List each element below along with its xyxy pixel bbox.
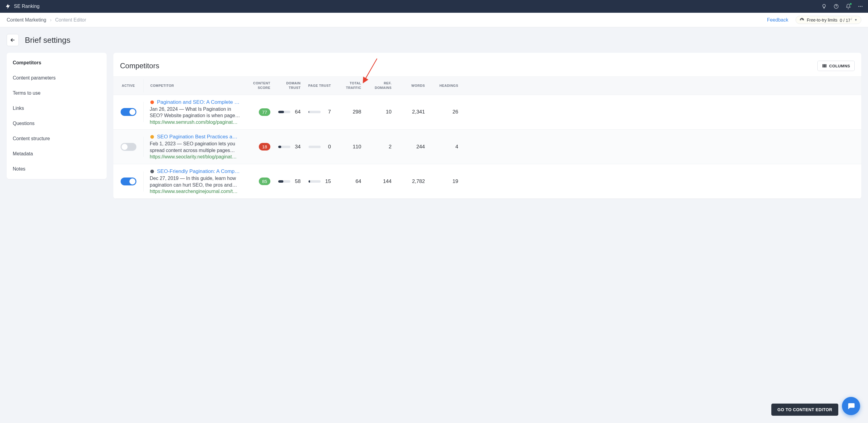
svg-point-8 [150,101,154,104]
breadcrumb-root[interactable]: Content Marketing [7,17,46,23]
col-page-trust: PAGE TRUST [304,79,335,92]
breadcrumb: Content Marketing › Content Editor [7,17,86,23]
ref-domains-value: 10 [365,103,395,121]
table-row: SEO-Friendly Pagination: A Complet…Dec 2… [113,164,861,199]
sidebar-item-label: Terms to use [13,90,41,95]
competitor-title[interactable]: SEO-Friendly Pagination: A Complet… [157,168,240,174]
sidebar-item-content-parameters[interactable]: Content parameters [7,70,107,86]
col-content-score: CONTENT SCORE [244,77,274,95]
bell-icon[interactable] [845,4,851,9]
panel-title: Competitors [120,62,159,70]
domain-trust-value: 58 [293,178,301,185]
col-total-traffic: TOTAL TRAFFIC [335,77,365,95]
sidebar-item-label: Notes [13,166,26,171]
domain-trust-value: 34 [293,144,301,150]
headings-value: 19 [429,172,462,191]
svg-rect-5 [824,64,825,68]
columns-button-label: COLUMNS [829,64,850,68]
favicon-icon [150,169,155,174]
page-trust-bar [309,111,321,113]
columns-button[interactable]: COLUMNS [817,61,855,71]
competitor-snippet: Dec 27, 2019 — In this guide, learn how … [150,175,240,188]
back-button[interactable] [7,34,19,46]
ref-domains-value: 2 [365,138,395,156]
sidebar-item-content-structure[interactable]: Content structure [7,131,107,146]
sidebar-item-terms-to-use[interactable]: Terms to use [7,86,107,101]
total-traffic-value: 298 [335,103,365,121]
ref-domains-value: 144 [365,172,395,191]
domain-trust-bar [278,146,290,148]
limits-label: Free-to-try limits [807,18,837,23]
competitor-title[interactable]: SEO Pagination Best Practices and C… [157,134,240,140]
page-trust-bar [309,146,321,148]
competitor-title[interactable]: Pagination and SEO: A Complete Gui… [157,99,240,105]
sidebar-item-label: Competitors [13,60,41,65]
col-words: WORDS [395,79,429,92]
svg-rect-4 [823,64,824,68]
subheader: Content Marketing › Content Editor Feedb… [0,13,868,27]
gauge-icon [800,18,804,23]
svg-point-1 [858,6,859,7]
page-trust-bar [309,180,321,183]
arrow-left-icon [10,37,16,43]
domain-trust-bar [278,180,290,183]
hint-icon[interactable] [821,4,827,9]
competitors-panel: Competitors COLUMNS ACTIVE COMPETITOR CO… [113,53,861,199]
headings-value: 4 [429,138,462,156]
favicon-icon [150,135,155,139]
sidebar-item-metadata[interactable]: Metadata [7,146,107,162]
competitor-url[interactable]: https://www.seoclarity.net/blog/paginat… [150,154,240,160]
col-active: ACTIVE [113,79,144,92]
competitor-cell: SEO Pagination Best Practices and C…Feb … [144,130,244,164]
table-row: SEO Pagination Best Practices and C…Feb … [113,130,861,164]
active-toggle[interactable] [121,177,136,186]
feedback-link[interactable]: Feedback [767,17,788,23]
sidebar-item-label: Links [13,106,24,111]
brand-logo-icon [5,3,11,9]
limits-total: 17 [846,18,851,23]
page-trust-value: 7 [324,109,331,115]
words-value: 2,341 [395,103,429,121]
total-traffic-value: 64 [335,172,365,191]
col-headings: HEADINGS [429,79,462,92]
table-row: Pagination and SEO: A Complete Gui…Jan 2… [113,95,861,130]
sidebar-item-links[interactable]: Links [7,101,107,116]
sidebar-item-questions[interactable]: Questions [7,116,107,131]
limits-used: 0 [840,18,842,23]
total-traffic-value: 110 [335,138,365,156]
page-title: Brief settings [25,35,70,45]
chevron-right-icon: › [50,17,52,23]
competitor-snippet: Jan 26, 2024 — What Is Pagination in SEO… [150,106,240,119]
more-menu-icon[interactable] [858,4,863,9]
active-toggle[interactable] [121,108,136,116]
sidebar-item-notes[interactable]: Notes [7,162,107,177]
svg-point-10 [150,170,154,173]
columns-icon [822,63,827,68]
help-icon[interactable] [833,4,839,9]
words-value: 244 [395,138,429,156]
competitor-url[interactable]: https://www.semrush.com/blog/paginat… [150,119,240,125]
competitor-url[interactable]: https://www.searchenginejournal.com/t… [150,189,240,194]
words-value: 2,782 [395,172,429,191]
col-competitor: COMPETITOR [144,79,244,92]
sidebar-item-competitors[interactable]: Competitors [7,55,107,70]
page-trust-value: 15 [324,178,331,185]
domain-trust-value: 64 [293,109,301,115]
content-score-badge: 77 [259,108,270,116]
svg-point-2 [860,6,861,7]
svg-point-3 [862,6,863,7]
breadcrumb-current: Content Editor [55,17,86,23]
page-trust-value: 0 [324,144,331,150]
content-score-badge: 18 [259,143,270,150]
active-toggle[interactable] [121,143,136,151]
sidebar-item-label: Metadata [13,151,33,156]
topbar: SE Ranking [0,0,868,13]
competitors-table: ACTIVE COMPETITOR CONTENT SCORE DOMAIN T… [113,77,861,199]
svg-rect-6 [825,64,826,68]
sidebar: Competitors Content parameters Terms to … [7,53,107,179]
competitor-snippet: Feb 1, 2023 — SEO pagination lets you sp… [150,141,240,153]
chevron-down-icon: ▼ [855,18,858,22]
col-ref-domains: REF. DOMAINS [365,77,395,95]
sidebar-item-label: Questions [13,121,35,126]
limits-pill[interactable]: Free-to-try limits 0 / 17 i ▼ [796,16,861,24]
